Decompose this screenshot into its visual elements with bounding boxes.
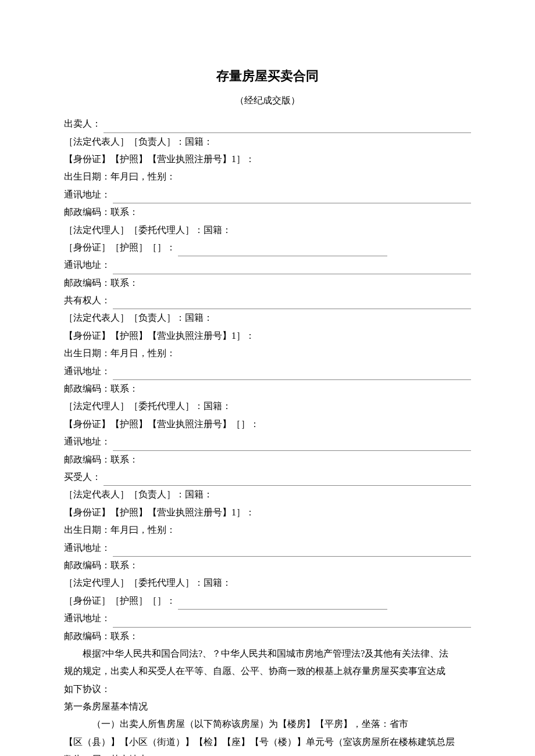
coowner-rep: ［法定代表人］［负责人］：国籍： (64, 309, 471, 327)
buyer-agent-id-label: ［身份证］［护照］［］： (64, 592, 176, 610)
coowner-addr-line: 通讯地址： (64, 363, 471, 380)
blank-line (104, 475, 471, 486)
document-subtitle: （经纪成交版） (64, 92, 471, 109)
coowner-name-line: 共有权人： (64, 292, 471, 309)
buyer-addr-line: 通讯地址： (64, 539, 471, 557)
seller-agent-id-label: ［身份证］［护照］［］： (64, 239, 176, 256)
buyer-agent-id-line: ［身份证］［护照］［］： (64, 592, 471, 610)
buyer-id: 【身份证】【护照】【营业执照注册号】1］： (64, 504, 471, 521)
blank-line (113, 546, 471, 557)
blank-line (113, 617, 471, 628)
preamble-line3: 如下协议： (64, 680, 471, 698)
preamble-line2: 规的规定，出卖人和买受人在平等、自愿、公平、协商一致的根基上就存量房屋买卖事宜达… (64, 662, 471, 680)
blank-line (104, 122, 471, 133)
buyer-agent: ［法定代理人］［委托代理人］：国籍： (64, 574, 471, 592)
coowner-birth: 出生日期：年月日，性别： (64, 345, 471, 362)
coowner-label: 共有权人： (64, 292, 110, 309)
article1-1a: （一）出卖人所售房屋（以下简称该房屋）为【楼房】【平房】，坐落：省市 (64, 715, 471, 733)
blank-line (113, 263, 471, 274)
seller-addr2-line: 通讯地址： (64, 256, 471, 274)
seller-addr-label: 通讯地址： (64, 186, 110, 203)
seller-addr2-label: 通讯地址： (64, 256, 110, 274)
coowner-addr2-label: 通讯地址： (64, 433, 110, 450)
article1-heading: 第一条房屋基本情况 (64, 698, 471, 715)
seller-id: 【身份证】【护照】【营业执照注册号】1］： (64, 151, 471, 168)
seller-birth: 出生日期：年月曰，性别： (64, 168, 471, 185)
buyer-post2: 邮政编码：联系： (64, 628, 471, 645)
blank-line (178, 599, 387, 610)
coowner-addr-label: 通讯地址： (64, 363, 110, 380)
buyer-label: 买受人： (64, 468, 101, 486)
blank-line (113, 369, 471, 380)
coowner-post2: 邮政编码：联系： (64, 451, 471, 468)
coowner-agent: ［法定代理人］［委托代理人］：国籍： (64, 397, 471, 415)
document-page: 存量房屋买卖合同 （经纪成交版） 出卖人： ［法定代表人］［负责人］：国籍： 【… (0, 0, 535, 756)
blank-line (178, 246, 387, 257)
blank-line (113, 440, 471, 451)
coowner-agent-id: 【身份证】【护照】【营业执照注册号】［］： (64, 415, 471, 433)
buyer-rep: ［法定代表人］［负责人］：国籍： (64, 486, 471, 503)
coowner-id: 【身份证】【护照】【营业执照注册号】1］： (64, 327, 471, 345)
preamble-line1: 根据?中华人民共和国合同法?、？中华人民共和国城市房地产管理法?及其他有关法律、… (64, 645, 471, 662)
buyer-addr2-line: 通讯地址： (64, 610, 471, 627)
seller-post: 邮政编码：联系： (64, 203, 471, 221)
buyer-birth: 出生日期：年月曰，性别： (64, 521, 471, 539)
buyer-addr2-label: 通讯地址： (64, 610, 110, 627)
seller-rep: ［法定代表人］［负责人］：国籍： (64, 133, 471, 151)
coowner-addr2-line: 通讯地址： (64, 433, 471, 450)
blank-line (113, 193, 471, 204)
blank-line (113, 299, 471, 310)
article1-1b: 【区（县）】【小区（街道）】【检】【座】【号（楼）】单元号（室该房屋所在楼栋建筑… (64, 733, 471, 751)
document-title: 存量房屋买卖合同 (64, 64, 471, 88)
coowner-post: 邮政编码：联系： (64, 380, 471, 397)
buyer-addr-label: 通讯地址： (64, 539, 110, 557)
seller-agent-id-line: ［身份证］［护照］［］： (64, 239, 471, 256)
buyer-name-line: 买受人： (64, 468, 471, 486)
seller-post2: 邮政编码：联系： (64, 274, 471, 292)
seller-label: 出卖人： (64, 115, 101, 132)
buyer-post: 邮政编码：联系： (64, 557, 471, 574)
seller-name-line: 出卖人： (64, 115, 471, 132)
seller-agent: ［法定代理人］［委托代理人］：国籍： (64, 221, 471, 239)
seller-addr-line: 通讯地址： (64, 186, 471, 203)
article1-1c: 数为：层，其中地上 (64, 751, 471, 756)
